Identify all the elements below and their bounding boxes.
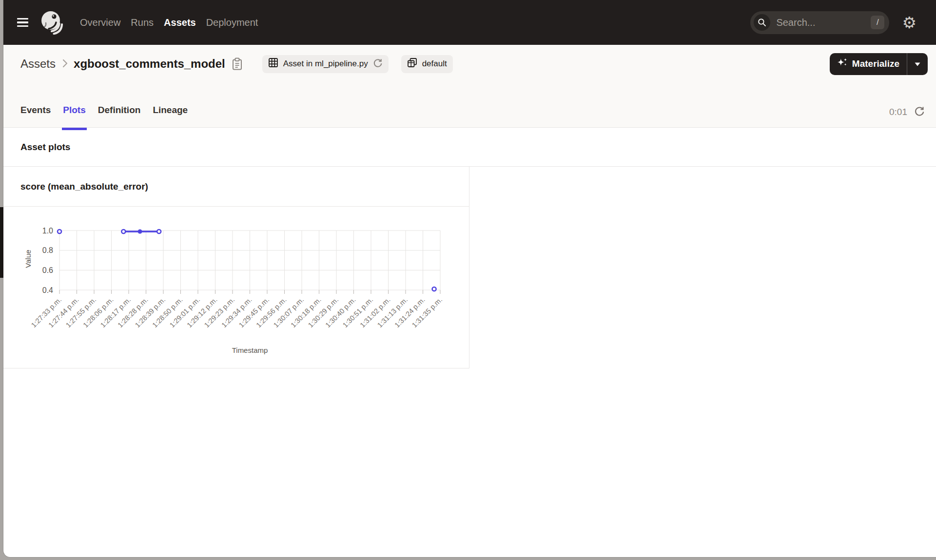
- plot-card-header: score (mean_absolute_error): [3, 167, 469, 207]
- refresh-countdown: 0:01: [889, 107, 907, 117]
- tab-lineage[interactable]: Lineage: [153, 105, 188, 127]
- dagster-logo[interactable]: [39, 10, 64, 35]
- plot-title: score (mean_absolute_error): [20, 181, 148, 192]
- svg-text:Timestamp: Timestamp: [232, 346, 268, 354]
- materialize-label: Materialize: [852, 58, 899, 69]
- breadcrumb-assets-link[interactable]: Assets: [20, 57, 56, 71]
- code-location-badge[interactable]: Asset in ml_pipeline.py: [262, 55, 389, 73]
- plot-card: score (mean_absolute_error) 1.00.80.60.4…: [3, 167, 469, 368]
- chevron-right-icon: [62, 59, 68, 70]
- materialize-button[interactable]: Materialize: [830, 53, 907, 75]
- tab-plots[interactable]: Plots: [63, 105, 85, 127]
- asset-tabs-row: Events Plots Definition Lineage 0:01: [3, 83, 936, 128]
- menu-icon[interactable]: [17, 18, 28, 27]
- auto-refresh-timer: 0:01: [889, 106, 925, 127]
- search-input[interactable]: Search... /: [750, 11, 889, 34]
- tab-events[interactable]: Events: [20, 105, 51, 127]
- nav-overview[interactable]: Overview: [80, 15, 120, 30]
- search-icon: [754, 14, 770, 31]
- svg-text:0.6: 0.6: [42, 266, 53, 274]
- code-location-label: Asset in ml_pipeline.py: [283, 59, 368, 69]
- search-placeholder: Search...: [776, 17, 815, 28]
- section-title: Asset plots: [20, 142, 70, 153]
- materialize-split-button: Materialize: [830, 53, 928, 75]
- search-shortcut-badge: /: [871, 16, 884, 29]
- materialize-dropdown-button[interactable]: [907, 53, 928, 75]
- main-nav: Overview Runs Assets Deployment: [80, 15, 268, 30]
- asset-plot: 1.00.80.60.41:27:33 p.m.1:27:44 p.m.1:27…: [3, 207, 469, 368]
- group-badge[interactable]: default: [401, 55, 453, 73]
- settings-gear-icon[interactable]: ⚙: [902, 15, 916, 31]
- asset-tabs: Events Plots Definition Lineage: [20, 105, 188, 127]
- tab-definition[interactable]: Definition: [98, 105, 141, 127]
- nav-runs[interactable]: Runs: [131, 15, 154, 30]
- nav-assets[interactable]: Assets: [164, 15, 196, 30]
- group-label: default: [422, 59, 447, 69]
- app-window: Overview Runs Assets Deployment Search..…: [3, 0, 936, 557]
- background-window-sliver: [0, 207, 3, 278]
- page-title: xgboost_comments_model: [74, 57, 225, 71]
- breadcrumb-row: Assets xgboost_comments_model: [3, 45, 936, 83]
- asset-plots-section-header: Asset plots: [3, 128, 936, 167]
- copy-asset-name-icon[interactable]: [232, 58, 243, 71]
- sparkles-icon: [837, 57, 848, 71]
- asset-table-icon: [268, 58, 278, 70]
- svg-text:Value: Value: [24, 250, 32, 268]
- svg-text:0.4: 0.4: [42, 286, 53, 294]
- asset-group-icon: [407, 58, 417, 70]
- reload-location-icon[interactable]: [373, 58, 383, 70]
- caret-down-icon: [915, 60, 920, 68]
- svg-text:0.8: 0.8: [42, 246, 53, 254]
- screen: Overview Runs Assets Deployment Search..…: [0, 0, 936, 560]
- top-nav: Overview Runs Assets Deployment Search..…: [3, 0, 936, 45]
- nav-deployment[interactable]: Deployment: [206, 15, 258, 30]
- svg-text:1.0: 1.0: [42, 227, 53, 235]
- refresh-icon[interactable]: [914, 106, 925, 118]
